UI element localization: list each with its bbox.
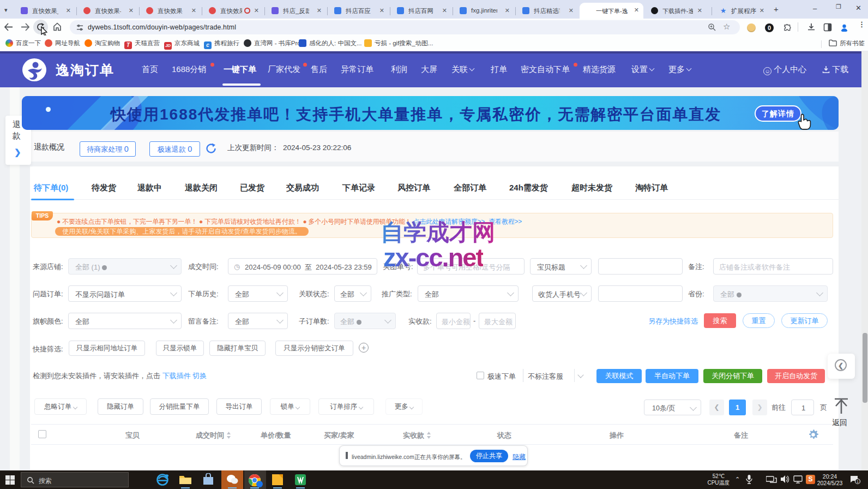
svg-text:1: 1 [857,480,859,484]
